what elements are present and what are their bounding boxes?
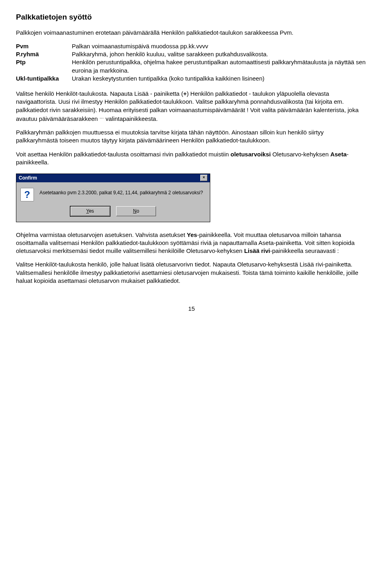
text-bold: Yes [187, 231, 197, 238]
question-icon: ? [20, 188, 34, 201]
text: Ohjelma varmistaa oletusarvojen asetukse… [16, 231, 187, 238]
question-mark-glyph: ? [24, 190, 30, 199]
text: -painikkeella seuraavasti : [270, 247, 339, 254]
paragraph-copy: Valitse Henkilöt-taulukosta henkilö, jol… [16, 260, 367, 285]
definition-list: Pvm Palkan voimaanastumispäivä muodossa … [16, 42, 367, 83]
ellipsis-icon: … [99, 114, 104, 119]
paragraph-group-change: Palkkaryhmän palkkojen muuttuessa ei muu… [16, 128, 367, 145]
def-text: Palkan voimaanastumispäivä muodossa pp.k… [72, 42, 367, 50]
text: valintapainikkeesta. [104, 115, 158, 122]
def-row-pryhma: P.ryhmä Palkkaryhmä, johon henkilö kuulu… [16, 50, 367, 58]
def-text: Henkilön perustuntipalkka, ohjelma hakee… [72, 58, 367, 75]
text-bold: Lisää rivi [244, 247, 270, 254]
def-term: Ptp [16, 58, 72, 75]
def-row-ptp: Ptp Henkilön perustuntipalkka, ohjelma h… [16, 58, 367, 75]
btn-rest: o [136, 208, 139, 214]
def-text: Urakan keskeytystuntien tuntipalkka (kok… [72, 75, 367, 83]
page-number: 15 [16, 305, 367, 313]
dialog-message: Asetetaanko pvm 2.3.2000, palkat 9,42, 1… [39, 188, 203, 196]
plus-sign: + [183, 90, 187, 97]
btn-hotkey: N [133, 208, 136, 214]
paragraph-select: Valitse henkilö Henkilöt-taulukosta. Nap… [16, 90, 367, 123]
text: Voit asettaa Henkilön palkkatiedot-taulu… [16, 151, 231, 158]
def-term: Ukl-tuntipalkka [16, 75, 72, 83]
def-text: Palkkaryhmä, johon henkilö kuuluu, valit… [72, 50, 367, 58]
btn-rest: es [89, 208, 94, 214]
dialog-titlebar: Confirm × [16, 174, 210, 182]
no-button[interactable]: No [116, 206, 156, 216]
dialog-button-row: Yes No [16, 204, 210, 221]
text-bold: oletusarvoiksi [231, 151, 271, 158]
btn-hotkey: Y [86, 208, 89, 214]
yes-button[interactable]: Yes [70, 206, 110, 216]
confirm-dialog-screenshot: Confirm × ? Asetetaanko pvm 2.3.2000, pa… [16, 174, 367, 222]
close-icon[interactable]: × [200, 175, 207, 181]
confirm-dialog: Confirm × ? Asetetaanko pvm 2.3.2000, pa… [16, 174, 210, 222]
text: Oletusarvo-kehyksen [271, 151, 330, 158]
page-heading: Palkkatietojen syöttö [16, 12, 367, 22]
def-row-pvm: Pvm Palkan voimaanastumispäivä muodossa … [16, 42, 367, 50]
text-bold: Aseta [330, 151, 347, 158]
def-row-ukl: Ukl-tuntipalkka Urakan keskeytystuntien … [16, 75, 367, 83]
def-term: Pvm [16, 42, 72, 50]
paragraph-confirm: Ohjelma varmistaa oletusarvojen asetukse… [16, 231, 367, 255]
def-term: P.ryhmä [16, 50, 72, 58]
dialog-body: ? Asetetaanko pvm 2.3.2000, palkat 9,42,… [16, 182, 210, 204]
intro-paragraph: Palkkojen voimaanastuminen erotetaan päi… [16, 29, 367, 37]
paragraph-defaults: Voit asettaa Henkilön palkkatiedot-taulu… [16, 150, 367, 167]
dialog-title-text: Confirm [19, 175, 37, 181]
text: Valitse henkilö Henkilöt-taulukosta. Nap… [16, 90, 183, 97]
